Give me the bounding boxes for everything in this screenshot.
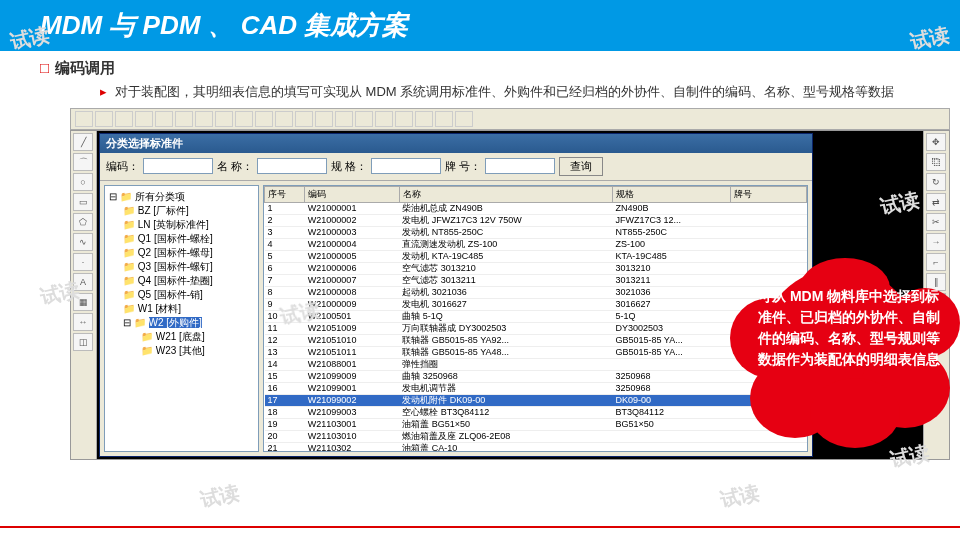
- tree-item[interactable]: 📁 Q2 [国标件-螺母]: [109, 246, 254, 260]
- code-label: 编码：: [106, 159, 139, 174]
- classify-select-dialog: 分类选择标准件 编码： 名 称： 规 格： 牌 号： 查询 ⊟ 📁 所有分类项 …: [99, 133, 813, 457]
- table-row[interactable]: 21W2110302油箱盖 CA-10: [265, 442, 807, 452]
- table-row[interactable]: 2W21000002发电机 JFWZ17C3 12V 750WJFWZ17C3 …: [265, 214, 807, 226]
- brand-input[interactable]: [485, 158, 555, 174]
- left-tool-palette: ╱⌒○▭⬠∿·A▦↔◫: [71, 131, 97, 459]
- toolbar-button[interactable]: [375, 111, 393, 127]
- table-row[interactable]: 3W21000003发动机 NT855-250CNT855-250C: [265, 226, 807, 238]
- dialog-titlebar: 分类选择标准件: [100, 134, 812, 153]
- tool-mirror-icon[interactable]: ⇄: [926, 193, 946, 211]
- table-row[interactable]: 17W21099002发动机附件 DK09-00DK09-00: [265, 394, 807, 406]
- cad-screenshot: ╱⌒○▭⬠∿·A▦↔◫ 分类选择标准件 编码： 名 称： 规 格： 牌 号： 查…: [70, 108, 950, 460]
- tool-point-icon[interactable]: ·: [73, 253, 93, 271]
- toolbar-button[interactable]: [315, 111, 333, 127]
- category-tree[interactable]: ⊟ 📁 所有分类项 📁 BZ [厂标件]📁 LN [英制标准件]📁 Q1 [国标…: [104, 185, 259, 452]
- tree-item[interactable]: 📁 Q5 [国标件-销]: [109, 288, 254, 302]
- toolbar-button[interactable]: [135, 111, 153, 127]
- tree-item[interactable]: 📁 W1 [材料]: [109, 302, 254, 316]
- table-row[interactable]: 8W21000008起动机 30210363021036: [265, 286, 807, 298]
- table-row[interactable]: 6W21000006空气滤芯 30132103013210: [265, 262, 807, 274]
- tool-rect-icon[interactable]: ▭: [73, 193, 93, 211]
- slide-title-banner: MDM 与 PDM 、 CAD 集成方案: [0, 0, 960, 51]
- toolbar-button[interactable]: [395, 111, 413, 127]
- tool-spline-icon[interactable]: ∿: [73, 233, 93, 251]
- toolbar-button[interactable]: [155, 111, 173, 127]
- tool-poly-icon[interactable]: ⬠: [73, 213, 93, 231]
- tool-hatch-icon[interactable]: ▦: [73, 293, 93, 311]
- toolbar-button[interactable]: [195, 111, 213, 127]
- table-row[interactable]: 12W21051010联轴器 GB5015-85 YA92...GB5015-8…: [265, 334, 807, 346]
- toolbar-button[interactable]: [255, 111, 273, 127]
- table-row[interactable]: 11W21051009万向联轴器成 DY3002503DY3002503: [265, 322, 807, 334]
- section-heading: 编码调用: [40, 59, 930, 78]
- tool-extend-icon[interactable]: →: [926, 233, 946, 251]
- toolbar-button[interactable]: [275, 111, 293, 127]
- name-input[interactable]: [257, 158, 327, 174]
- toolbar-button[interactable]: [215, 111, 233, 127]
- search-bar: 编码： 名 称： 规 格： 牌 号： 查询: [100, 153, 812, 181]
- tool-rotate-icon[interactable]: ↻: [926, 173, 946, 191]
- toolbar-button[interactable]: [95, 111, 113, 127]
- toolbar-button[interactable]: [415, 111, 433, 127]
- brand-label: 牌 号：: [445, 159, 481, 174]
- tree-item[interactable]: 📁 BZ [厂标件]: [109, 204, 254, 218]
- toolbar-button[interactable]: [355, 111, 373, 127]
- table-row[interactable]: 10W2100501曲轴 5-1Q5-1Q: [265, 310, 807, 322]
- tool-line-icon[interactable]: ╱: [73, 133, 93, 151]
- tool-move-icon[interactable]: ✥: [926, 133, 946, 151]
- tool-copy-icon[interactable]: ⿻: [926, 153, 946, 171]
- table-row[interactable]: 9W21000009发电机 30166273016627: [265, 298, 807, 310]
- tool-text-icon[interactable]: A: [73, 273, 93, 291]
- column-header[interactable]: 牌号: [731, 186, 807, 202]
- table-row[interactable]: 7W21000007空气滤芯 30132113013211: [265, 274, 807, 286]
- table-row[interactable]: 14W21088001弹性挡圈: [265, 358, 807, 370]
- toolbar-button[interactable]: [435, 111, 453, 127]
- column-header[interactable]: 序号: [265, 186, 305, 202]
- body-text: ▸对于装配图，其明细表信息的填写可实现从 MDM 系统调用标准件、外购件和已经归…: [100, 82, 930, 102]
- watermark: 试读: [718, 479, 763, 514]
- cad-top-toolbar: [70, 108, 950, 130]
- table-row[interactable]: 4W21000004直流测速发动机 ZS-100ZS-100: [265, 238, 807, 250]
- watermark: 试读: [198, 479, 243, 514]
- tree-item[interactable]: 📁 Q3 [国标件-螺钉]: [109, 260, 254, 274]
- tree-item[interactable]: 📁 W21 [底盘]: [109, 330, 254, 344]
- toolbar-button[interactable]: [335, 111, 353, 127]
- spec-input[interactable]: [371, 158, 441, 174]
- tool-circle-icon[interactable]: ○: [73, 173, 93, 191]
- table-row[interactable]: 18W21099003空心螺栓 BT3Q84112BT3Q84112: [265, 406, 807, 418]
- toolbar-button[interactable]: [455, 111, 473, 127]
- table-row[interactable]: 5W21000005发动机 KTA-19C485KTA-19C485: [265, 250, 807, 262]
- table-row[interactable]: 16W21099001发电机调节器3250968: [265, 382, 807, 394]
- toolbar-button[interactable]: [235, 111, 253, 127]
- toolbar-button[interactable]: [175, 111, 193, 127]
- tree-item[interactable]: ⊟ 📁 W2 [外购件]: [109, 316, 254, 330]
- column-header[interactable]: 名称: [399, 186, 612, 202]
- tool-block-icon[interactable]: ◫: [73, 333, 93, 351]
- bullet-arrow: ▸: [100, 84, 107, 99]
- toolbar-button[interactable]: [115, 111, 133, 127]
- table-row[interactable]: 19W21103001油箱盖 BG51×50BG51×50: [265, 418, 807, 430]
- name-label: 名 称：: [217, 159, 253, 174]
- parts-grid[interactable]: 序号编码名称规格牌号1W21000001柴油机总成 ZN490BZN490B2W…: [263, 185, 808, 452]
- tree-item[interactable]: 📁 LN [英制标准件]: [109, 218, 254, 232]
- code-input[interactable]: [143, 158, 213, 174]
- tree-item[interactable]: 📁 W23 [其他]: [109, 344, 254, 358]
- table-row[interactable]: 15W21099009曲轴 32509683250968: [265, 370, 807, 382]
- query-button[interactable]: 查询: [559, 157, 603, 176]
- column-header[interactable]: 规格: [612, 186, 730, 202]
- toolbar-button[interactable]: [75, 111, 93, 127]
- tool-arc-icon[interactable]: ⌒: [73, 153, 93, 171]
- tree-item[interactable]: 📁 Q1 [国标件-螺栓]: [109, 232, 254, 246]
- tool-dim-icon[interactable]: ↔: [73, 313, 93, 331]
- tool-trim-icon[interactable]: ✂: [926, 213, 946, 231]
- tree-root[interactable]: ⊟ 📁 所有分类项: [109, 190, 254, 204]
- spec-label: 规 格：: [331, 159, 367, 174]
- table-row[interactable]: 13W21051011联轴器 GB5015-85 YA48...GB5015-8…: [265, 346, 807, 358]
- tree-item[interactable]: 📁 Q4 [国标件-垫圈]: [109, 274, 254, 288]
- toolbar-button[interactable]: [295, 111, 313, 127]
- column-header[interactable]: 编码: [305, 186, 399, 202]
- footer-red-line: [0, 526, 960, 528]
- table-row[interactable]: 20W21103010燃油箱盖及座 ZLQ06-2E08: [265, 430, 807, 442]
- callout-text: 可从 MDM 物料库中选择到标准件、已归档的外协件、自制件的编码、名称、型号规则…: [758, 286, 940, 370]
- table-row[interactable]: 1W21000001柴油机总成 ZN490BZN490B: [265, 202, 807, 214]
